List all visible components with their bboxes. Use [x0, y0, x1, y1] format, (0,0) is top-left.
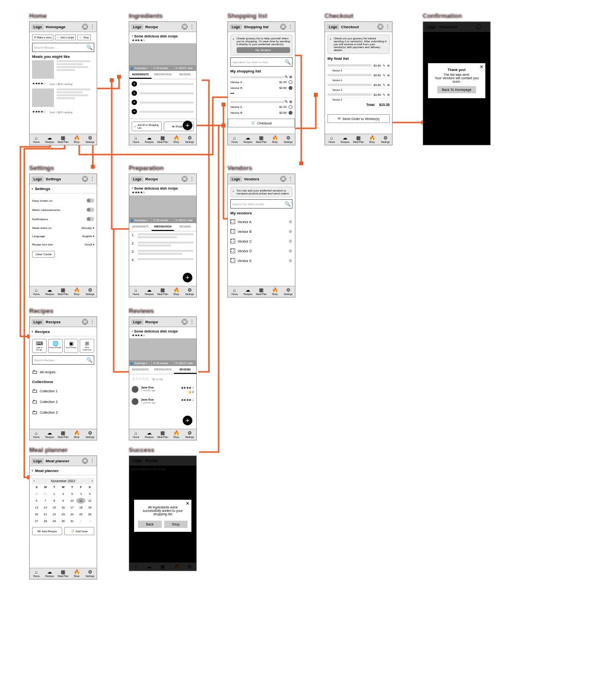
calendar-day[interactable]: 17 [68, 505, 76, 510]
calendar-day[interactable]: 4 [76, 491, 85, 497]
prev-month-icon[interactable]: ‹ [34, 479, 34, 483]
action-type-in[interactable]: ⌨Type in Recipe [32, 339, 47, 353]
action-new-collection[interactable]: ⊞New Collection [80, 339, 94, 353]
nav-recipes[interactable]: ☁Recipes [43, 134, 57, 145]
delete-icon[interactable]: ⊗ [387, 64, 390, 67]
calendar-day[interactable]: 1 [76, 518, 85, 524]
chip-shop[interactable]: 🛒 Shop [77, 35, 91, 40]
nav-mealplan[interactable]: ▦Meal Plan [56, 134, 70, 145]
calendar-day[interactable]: 28 [41, 518, 50, 524]
like-button[interactable]: 👍 2 [181, 390, 194, 393]
back-icon[interactable]: ‹ [132, 34, 133, 38]
calendar-day[interactable]: 20 [32, 511, 41, 517]
back-icon[interactable]: ‹ [32, 186, 33, 191]
calendar-day[interactable]: 24 [68, 511, 76, 517]
calendar-day[interactable]: 22 [50, 511, 59, 517]
calendar-day[interactable]: 16 [59, 505, 68, 510]
time-meta: ⏱ 25 minutes [152, 65, 174, 71]
calendar-day[interactable]: 3 [68, 491, 76, 497]
clear-cache-button[interactable]: Clear Cache [32, 251, 55, 258]
meal-card[interactable] [32, 60, 94, 79]
tab-preparation[interactable]: PREPARATION [152, 71, 174, 79]
back-button[interactable]: Back [138, 521, 162, 528]
calendar-day[interactable]: 1 [50, 491, 59, 497]
kebab-menu-icon[interactable]: ⋮ [90, 25, 95, 29]
servings-meta[interactable]: 👥 4 servings ▾ [129, 65, 152, 71]
recipe-hero-image [129, 43, 196, 65]
calendar-day[interactable]: 14 [41, 505, 50, 510]
meal-card[interactable] [32, 88, 94, 107]
chip-make-menu[interactable]: ☰ Make a menu [32, 35, 53, 40]
calendar-day[interactable]: 31 [68, 518, 76, 524]
search-input[interactable]: Search Recipes...🔍 [32, 43, 94, 52]
add-all-button[interactable]: 🛒 Add All to Shopping List [132, 122, 162, 131]
tab-ingredients[interactable]: INGREDIENTS [129, 71, 152, 79]
close-icon[interactable]: ✕ [480, 64, 483, 70]
calendar-day[interactable]: 15 [50, 505, 59, 510]
label-confirmation: Confirmation [423, 12, 491, 19]
delete-icon[interactable]: ⊗ [289, 219, 292, 224]
prep-step: 1. [132, 233, 194, 239]
calendar-day[interactable]: 8 [50, 498, 59, 504]
vendor-row[interactable]: ⛶Vendor A⊗ [230, 217, 292, 227]
calendar-day[interactable]: 2 [59, 491, 68, 497]
my-vendors-button[interactable]: My Vendors [237, 47, 290, 53]
next-month-icon[interactable]: › [92, 479, 93, 483]
back-home-button[interactable]: Back To Homepage [437, 86, 477, 93]
calendar-day[interactable]: 30 [59, 518, 68, 524]
rating-input[interactable]: ☆☆☆☆☆ [132, 377, 149, 381]
add-recipe-button[interactable]: 🍽 Add Recipe [32, 527, 62, 535]
calendar-day[interactable]: 30 [32, 491, 41, 497]
avatar-icon[interactable]: ◯ [82, 24, 88, 30]
add-note-button[interactable]: 📝 Add Note [64, 527, 94, 535]
calendar-day[interactable]: 11 [76, 498, 85, 504]
edit-icon[interactable]: ✎ [383, 64, 385, 67]
nav-shop[interactable]: 🔥Shop [70, 134, 84, 145]
send-order-button[interactable]: ✉ Send Order to Vendor(s) [327, 114, 390, 123]
calendar-day[interactable]: 25 [76, 511, 85, 517]
edit-icons[interactable]: ✎ ⊗ [285, 75, 292, 79]
calendar-day[interactable]: 12 [86, 498, 94, 504]
checkout-button[interactable]: 🛒 Checkout [228, 119, 295, 127]
calendar-day[interactable]: 19 [86, 505, 94, 510]
calendar-day[interactable]: 10 [68, 498, 76, 504]
setting-keep-screen[interactable]: Keep screen on [32, 196, 94, 205]
fab-add[interactable]: ＋ [183, 416, 192, 425]
calendar-day[interactable]: 31 [41, 491, 50, 497]
calendar-day[interactable]: 13 [32, 505, 41, 510]
setting-font-size[interactable]: Recipe font sizeSmall ▾ [32, 240, 94, 248]
calendar-day[interactable]: 26 [86, 511, 94, 517]
calendar-day[interactable]: 21 [41, 511, 50, 517]
vendor-option[interactable]: Vendor A$1.50 [230, 79, 292, 85]
calendar-day[interactable]: 23 [59, 511, 68, 517]
vendor-search[interactable]: Vendor You Want to Add...🔍 [230, 199, 292, 209]
ingredient-search[interactable]: Ingredient You Want to Add...🔍 [230, 57, 292, 67]
all-recipes-row[interactable]: 🗀All recipes [32, 367, 94, 377]
fab-add[interactable]: ＋ [183, 121, 192, 130]
setting-metric[interactable]: Metric measurements [32, 205, 94, 214]
fab-add[interactable]: ＋ [183, 273, 192, 282]
calendar-day[interactable]: 29 [50, 518, 59, 524]
add-icon[interactable]: + [132, 81, 137, 87]
ingredient-row[interactable]: + [132, 79, 194, 88]
calendar-day[interactable]: 7 [41, 498, 50, 504]
setting-week-starts[interactable]: Week starts onMonday ▾ [32, 224, 94, 232]
close-icon[interactable]: ✕ [186, 501, 189, 506]
calendar-day[interactable]: 9 [59, 498, 68, 504]
collection-row[interactable]: 🗀Collection 1 [32, 385, 94, 396]
calendar-day[interactable]: 27 [32, 518, 41, 524]
calendar-day[interactable]: 5 [86, 491, 94, 497]
setting-notifications[interactable]: Notifications [32, 214, 94, 224]
tab-reviews[interactable]: REVIEWS [174, 71, 196, 79]
toggle[interactable] [86, 198, 94, 203]
calendar-day[interactable]: 6 [32, 498, 41, 504]
calendar-day[interactable]: 2 [86, 518, 94, 524]
calendar-day[interactable]: 18 [76, 505, 85, 510]
setting-language[interactable]: LanguageEnglish ▾ [32, 232, 94, 240]
action-scan[interactable]: ▣Scan Recipe [64, 339, 79, 353]
chip-add-recipe[interactable]: ＋ Add a recipe [55, 35, 76, 40]
nav-settings[interactable]: ⚙Settings [83, 134, 97, 145]
action-import[interactable]: 🌐Import Recipe [48, 339, 63, 353]
nav-home[interactable]: ⌂Home [30, 134, 43, 145]
shop-button[interactable]: Shop [164, 521, 188, 528]
